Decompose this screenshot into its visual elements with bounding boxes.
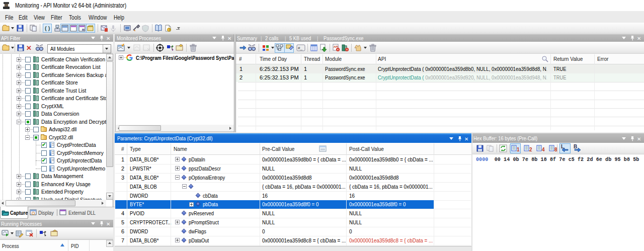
svg-text:?: ?: [169, 28, 171, 32]
svg-text:#_: #_: [298, 46, 302, 50]
